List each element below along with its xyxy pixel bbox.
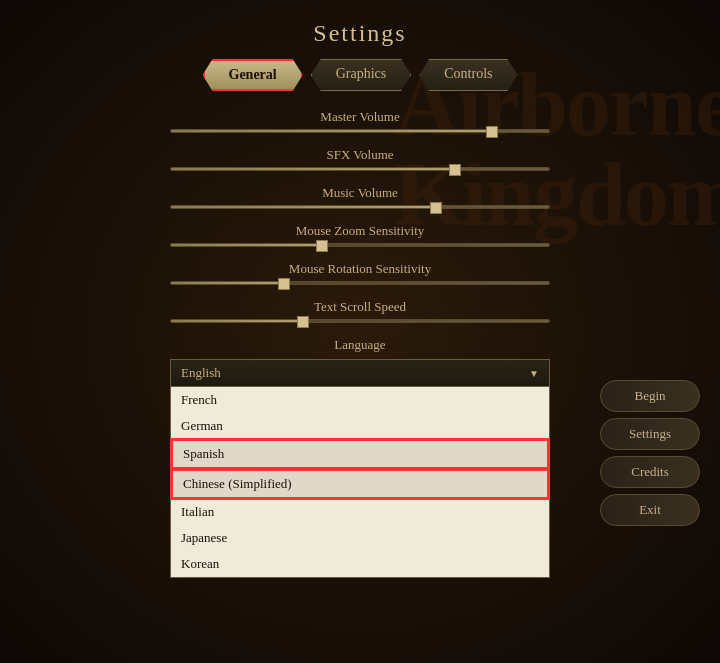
side-menu: Begin Settings Credits Exit — [600, 380, 700, 526]
master-volume-thumb[interactable] — [486, 126, 498, 138]
mouse-zoom-row: Mouse Zoom Sensitivity — [170, 223, 550, 247]
language-current-value: English — [181, 365, 221, 381]
tab-controls[interactable]: Controls — [419, 59, 517, 91]
sfx-volume-thumb[interactable] — [449, 164, 461, 176]
lang-option-spanish[interactable]: Spanish — [171, 439, 549, 469]
settings-title: Settings — [150, 20, 570, 47]
music-volume-label: Music Volume — [170, 185, 550, 201]
mouse-rotation-row: Mouse Rotation Sensitivity — [170, 261, 550, 285]
language-select-container: English ▼ French German Spanish Chinese … — [170, 359, 550, 387]
language-label: Language — [170, 337, 550, 353]
music-volume-fill — [171, 206, 436, 208]
settings-button[interactable]: Settings — [600, 418, 700, 450]
mouse-rotation-label: Mouse Rotation Sensitivity — [170, 261, 550, 277]
music-volume-row: Music Volume — [170, 185, 550, 209]
text-scroll-track[interactable] — [170, 319, 550, 323]
sfx-volume-row: SFX Volume — [170, 147, 550, 171]
mouse-zoom-thumb[interactable] — [316, 240, 328, 252]
lang-option-french[interactable]: French — [171, 387, 549, 413]
language-section: Language English ▼ French German Spanish… — [150, 337, 570, 387]
mouse-rotation-track[interactable] — [170, 281, 550, 285]
music-volume-thumb[interactable] — [430, 202, 442, 214]
credits-button[interactable]: Credits — [600, 456, 700, 488]
mouse-zoom-fill — [171, 244, 322, 246]
music-volume-track[interactable] — [170, 205, 550, 209]
lang-option-japanese[interactable]: Japanese — [171, 525, 549, 551]
master-volume-label: Master Volume — [170, 109, 550, 125]
master-volume-row: Master Volume — [170, 109, 550, 133]
sliders-section: Master Volume SFX Volume Music Volume Mo… — [150, 109, 570, 323]
dropdown-chevron-icon: ▼ — [529, 368, 539, 379]
settings-panel: Settings General Graphics Controls Maste… — [150, 20, 570, 569]
tabs-container: General Graphics Controls — [150, 59, 570, 91]
lang-option-chinese-simplified[interactable]: Chinese (Simplified) — [171, 469, 549, 499]
text-scroll-thumb[interactable] — [297, 316, 309, 328]
master-volume-track[interactable] — [170, 129, 550, 133]
mouse-rotation-thumb[interactable] — [278, 278, 290, 290]
sfx-volume-label: SFX Volume — [170, 147, 550, 163]
exit-button[interactable]: Exit — [600, 494, 700, 526]
sfx-volume-fill — [171, 168, 455, 170]
lang-option-korean[interactable]: Korean — [171, 551, 549, 577]
text-scroll-fill — [171, 320, 303, 322]
tab-graphics[interactable]: Graphics — [311, 59, 412, 91]
text-scroll-label: Text Scroll Speed — [170, 299, 550, 315]
language-select-display[interactable]: English ▼ — [170, 359, 550, 387]
sfx-volume-track[interactable] — [170, 167, 550, 171]
master-volume-fill — [171, 130, 492, 132]
text-scroll-row: Text Scroll Speed — [170, 299, 550, 323]
language-dropdown: French German Spanish Chinese (Simplifie… — [170, 386, 550, 578]
tab-general[interactable]: General — [203, 59, 303, 91]
begin-button[interactable]: Begin — [600, 380, 700, 412]
lang-option-italian[interactable]: Italian — [171, 499, 549, 525]
mouse-zoom-track[interactable] — [170, 243, 550, 247]
mouse-zoom-label: Mouse Zoom Sensitivity — [170, 223, 550, 239]
mouse-rotation-fill — [171, 282, 284, 284]
lang-option-german[interactable]: German — [171, 413, 549, 439]
